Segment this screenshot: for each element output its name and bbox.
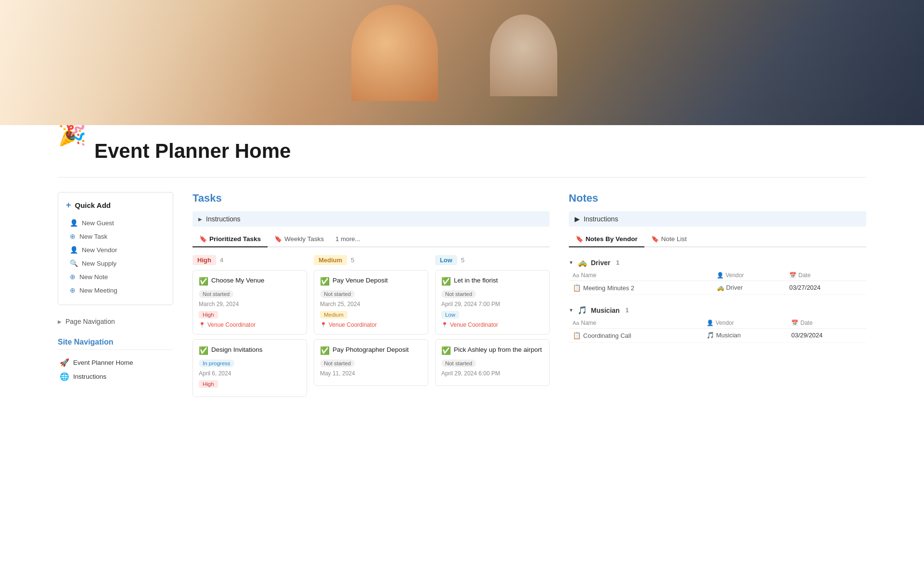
page-nav-label: Page Navigation bbox=[65, 318, 115, 325]
new-supply-label: New Supply bbox=[82, 260, 116, 267]
task-card-choose-venue[interactable]: ✅ Choose My Venue Not started March 29, … bbox=[192, 270, 307, 334]
tab-notes-by-vendor[interactable]: 🔖 Notes By Vendor bbox=[569, 231, 644, 247]
note-date-cell-2: 03/29/2024 bbox=[787, 329, 866, 343]
task-title-row-4: ✅ Pay Photographer Deposit bbox=[320, 346, 422, 355]
task-card-pick-ashley[interactable]: ✅ Pick Ashley up from the airport Not st… bbox=[435, 339, 550, 386]
task-check-icon-2: ✅ bbox=[199, 346, 208, 355]
task-date-5: April 29, 2024 7:00 PM bbox=[441, 301, 543, 308]
notes-group-header-musician[interactable]: ▼ 🎵 Musician 1 bbox=[569, 303, 866, 318]
instructions-icon: 🌐 bbox=[60, 372, 69, 381]
task-title-6: Pick Ashley up from the airport bbox=[454, 346, 542, 355]
notes-col-header-name-driver: Aa Name bbox=[569, 270, 713, 281]
task-status-badge-6: Not started bbox=[441, 359, 476, 367]
note-vendor-cell-2: 🎵 Musician bbox=[703, 329, 787, 343]
notes-row-coordinating-call[interactable]: 📋 Coordinating Call 🎵 Musician bbox=[569, 329, 866, 343]
task-card-pay-venue-deposit[interactable]: ✅ Pay Venue Deposit Not started March 25… bbox=[314, 270, 428, 334]
task-check-icon-5: ✅ bbox=[441, 277, 451, 286]
task-assignee-3: 📍 Venue Coordinator bbox=[320, 321, 422, 328]
notes-group-musician-name: Musician bbox=[591, 307, 620, 314]
task-title-row-3: ✅ Pay Venue Deposit bbox=[320, 276, 422, 286]
task-status-badge-3: Not started bbox=[320, 290, 355, 298]
task-status-badge-2: In progress bbox=[199, 359, 234, 367]
pin-icon: 📍 bbox=[199, 322, 205, 328]
note-vendor-label: Driver bbox=[726, 284, 743, 291]
task-card-let-in-florist[interactable]: ✅ Let in the florist Not started April 2… bbox=[435, 270, 550, 334]
note-row-icon: 📋 bbox=[573, 284, 581, 292]
note-vendor-label-2: Musician bbox=[716, 332, 741, 339]
task-priority-tag-3: Medium bbox=[320, 311, 347, 319]
site-nav-event-planner-home[interactable]: 🚀 Event Planner Home bbox=[58, 356, 173, 370]
quick-add-new-task[interactable]: ⊕ New Task bbox=[66, 230, 165, 243]
note-row-title-label-2: Coordinating Call bbox=[583, 332, 631, 339]
task-title-4: Pay Photographer Deposit bbox=[333, 346, 409, 355]
notes-section-title: Notes bbox=[569, 192, 866, 205]
page-navigation[interactable]: ▶ Page Navigation bbox=[58, 315, 173, 328]
page-title: Event Planner Home bbox=[94, 140, 291, 163]
site-navigation: Site Navigation 🚀 Event Planner Home 🌐 I… bbox=[58, 338, 173, 384]
tab-note-list[interactable]: 🔖 Note List bbox=[644, 231, 693, 246]
task-assignee: 📍 Venue Coordinator bbox=[199, 321, 301, 328]
quick-add-new-meeting[interactable]: ⊕ New Meeting bbox=[66, 283, 165, 297]
notes-group-header-driver[interactable]: ▼ 🚕 Driver 1 bbox=[569, 255, 866, 270]
task-status-badge: Not started bbox=[199, 290, 233, 298]
task-check-icon-4: ✅ bbox=[320, 346, 330, 355]
tasks-section-title: Tasks bbox=[192, 192, 550, 205]
new-supply-icon: 🔍 bbox=[70, 259, 78, 267]
notes-col-header-name-musician: Aa Name bbox=[569, 318, 703, 329]
note-vendor-cell: 🚕 Driver bbox=[713, 281, 785, 295]
hero-person-2 bbox=[490, 14, 557, 96]
notes-tabs-row: 🔖 Notes By Vendor 🔖 Note List bbox=[569, 231, 866, 247]
kanban-header-medium: Medium 5 bbox=[314, 255, 428, 265]
site-nav-instructions[interactable]: 🌐 Instructions bbox=[58, 370, 173, 384]
kanban-header-low: Low 5 bbox=[435, 255, 550, 265]
tab-more[interactable]: 1 more... bbox=[331, 231, 365, 246]
kanban-count-medium: 5 bbox=[351, 256, 354, 264]
task-card-pay-photographer[interactable]: ✅ Pay Photographer Deposit Not started M… bbox=[314, 339, 428, 386]
quick-add-new-note[interactable]: ⊕ New Note bbox=[66, 270, 165, 283]
notes-group-driver: ▼ 🚕 Driver 1 Aa Name bbox=[569, 255, 866, 295]
new-meeting-icon: ⊕ bbox=[70, 286, 76, 294]
tab-prioritized-tasks[interactable]: 🔖 Prioritized Tasks bbox=[192, 231, 268, 247]
task-check-icon-6: ✅ bbox=[441, 346, 451, 355]
divider bbox=[58, 177, 866, 178]
tasks-instructions-row[interactable]: ▶ Instructions bbox=[192, 211, 550, 227]
task-card-design-invitations[interactable]: ✅ Design Invitations In progress April 6… bbox=[192, 339, 307, 397]
task-date-2: April 6, 2024 bbox=[199, 370, 301, 377]
task-date: March 29, 2024 bbox=[199, 301, 301, 308]
task-title-row-6: ✅ Pick Ashley up from the airport bbox=[441, 346, 543, 355]
kanban-count-low: 5 bbox=[461, 256, 464, 264]
quick-add-new-vendor[interactable]: 👤 New Vendor bbox=[66, 243, 165, 256]
new-guest-label: New Guest bbox=[82, 219, 114, 227]
task-title-row: ✅ Choose My Venue bbox=[199, 276, 301, 286]
new-vendor-icon: 👤 bbox=[70, 246, 78, 254]
quick-add-title: + Quick Add bbox=[66, 200, 165, 210]
priority-badge-medium: Medium bbox=[314, 255, 347, 265]
note-name-cell: 📋 Meeting Minutes 2 bbox=[569, 281, 713, 295]
quick-add-new-guest[interactable]: 👤 New Guest bbox=[66, 216, 165, 230]
quick-add-new-supply[interactable]: 🔍 New Supply bbox=[66, 256, 165, 270]
notes-col-header-vendor-musician: 👤 Vendor bbox=[703, 318, 787, 329]
notes-instructions-label: Instructions bbox=[584, 215, 618, 223]
notes-col-header-vendor-driver: 👤 Vendor bbox=[713, 270, 785, 281]
new-meeting-label: New Meeting bbox=[79, 287, 117, 294]
kanban-count-high: 4 bbox=[220, 256, 223, 264]
notes-instructions-row[interactable]: ▶ Instructions bbox=[569, 211, 866, 227]
quick-add-label: Quick Add bbox=[75, 201, 111, 209]
tab-bookmark-icon-weekly: 🔖 bbox=[274, 235, 282, 243]
task-status-badge-4: Not started bbox=[320, 359, 355, 367]
task-date-3: March 25, 2024 bbox=[320, 301, 422, 308]
task-assignee-label-3: Venue Coordinator bbox=[329, 321, 377, 328]
notes-instructions-arrow-icon: ▶ bbox=[575, 215, 580, 223]
task-title-row-5: ✅ Let in the florist bbox=[441, 276, 543, 286]
note-date-cell: 03/27/2024 bbox=[785, 281, 866, 295]
notes-row-meeting-minutes[interactable]: 📋 Meeting Minutes 2 🚕 Driver bbox=[569, 281, 866, 295]
hero-people bbox=[0, 0, 924, 125]
new-note-icon: ⊕ bbox=[70, 273, 76, 281]
task-priority-tag-2: High bbox=[199, 380, 218, 388]
task-title-5: Let in the florist bbox=[454, 276, 498, 285]
task-status-badge-5: Not started bbox=[441, 290, 476, 298]
task-check-icon-3: ✅ bbox=[320, 277, 330, 286]
tab-weekly-tasks[interactable]: 🔖 Weekly Tasks bbox=[268, 231, 331, 246]
page-header: 🎉 Event Planner Home bbox=[58, 125, 866, 167]
tab-bookmark-notes-vendor-icon: 🔖 bbox=[576, 235, 583, 243]
